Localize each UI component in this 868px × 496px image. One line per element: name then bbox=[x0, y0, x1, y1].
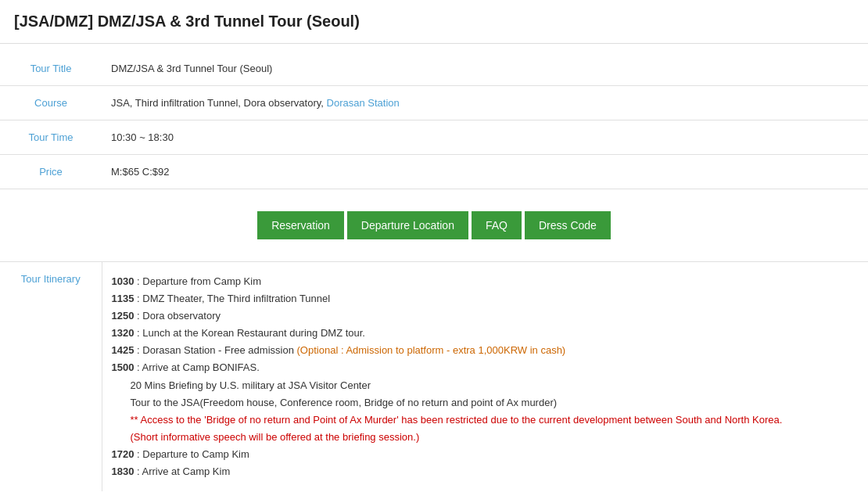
info-table: Tour Title DMZ/JSA & 3rd Tunnel Tour (Se… bbox=[0, 52, 868, 189]
tour-time-value: 10:30 ~ 18:30 bbox=[102, 120, 868, 155]
line-jsa-tour: Tour to the JSA(Freedom house, Conferenc… bbox=[131, 394, 859, 412]
line-1320: 1320 : Lunch at the Korean Restaurant du… bbox=[112, 327, 365, 339]
faq-button[interactable]: FAQ bbox=[472, 211, 522, 239]
price-value: M:$65 C:$92 bbox=[102, 155, 868, 189]
tour-time-row: Tour Time 10:30 ~ 18:30 bbox=[0, 120, 868, 155]
line-speech-note: (Short informative speech will be offere… bbox=[131, 429, 859, 446]
page-title: [JSA/DMZ] DMZ/JSA & 3rd Tunnel Tour (Seo… bbox=[0, 0, 868, 44]
itinerary-content: 1030 : Departure from Camp Kim 1135 : DM… bbox=[102, 262, 868, 492]
line-1135: 1135 : DMZ Theater, The Third infiltrati… bbox=[112, 293, 331, 304]
line-1830: 1830 : Arrive at Camp Kim bbox=[112, 465, 231, 477]
line-access-warning: ** Access to the 'Bridge of no return an… bbox=[131, 412, 859, 429]
action-buttons: Reservation Departure Location FAQ Dress… bbox=[0, 189, 868, 261]
departure-location-button[interactable]: Departure Location bbox=[347, 211, 468, 239]
price-label: Price bbox=[0, 155, 102, 189]
line-1250: 1250 : Dora observatory bbox=[112, 310, 221, 322]
dress-code-button[interactable]: Dress Code bbox=[525, 211, 611, 239]
course-row: Course JSA, Third infiltration Tunnel, D… bbox=[0, 86, 868, 120]
tour-title-label: Tour Title bbox=[0, 52, 102, 86]
tour-title-row: Tour Title DMZ/JSA & 3rd Tunnel Tour (Se… bbox=[0, 52, 868, 86]
line-1720: 1720 : Departure to Camp Kim bbox=[112, 448, 249, 460]
price-row: Price M:$65 C:$92 bbox=[0, 155, 868, 189]
line-1030: 1030 : Departure from Camp Kim bbox=[112, 275, 261, 287]
line-briefing: 20 Mins Briefing by U.S. military at JSA… bbox=[131, 377, 859, 394]
itinerary-label: Tour Itinerary bbox=[0, 262, 102, 492]
course-value: JSA, Third infiltration Tunnel, Dora obs… bbox=[102, 86, 868, 120]
line-1500: 1500 : Arrive at Camp BONIFAS. bbox=[112, 361, 260, 373]
tour-time-label: Tour Time bbox=[0, 120, 102, 155]
itinerary-row: Tour Itinerary 1030 : Departure from Cam… bbox=[0, 262, 868, 492]
tour-title-value: DMZ/JSA & 3rd Tunnel Tour (Seoul) bbox=[102, 52, 868, 86]
reservation-button[interactable]: Reservation bbox=[257, 211, 344, 239]
course-label: Course bbox=[0, 86, 102, 120]
itinerary-table: Tour Itinerary 1030 : Departure from Cam… bbox=[0, 261, 868, 491]
line-1425: 1425 : Dorasan Station - Free admission … bbox=[112, 344, 566, 356]
